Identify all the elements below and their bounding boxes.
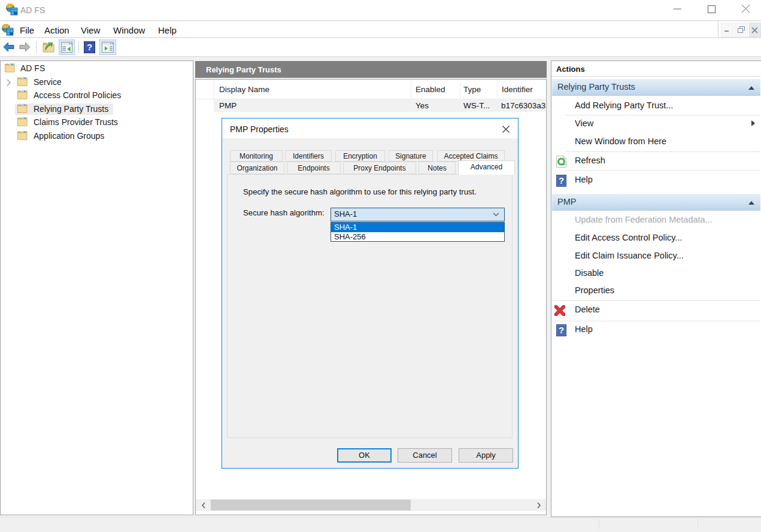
svg-text:?: ? [559, 175, 564, 186]
svg-text:?: ? [87, 42, 92, 52]
svg-text:?: ? [559, 325, 564, 335]
